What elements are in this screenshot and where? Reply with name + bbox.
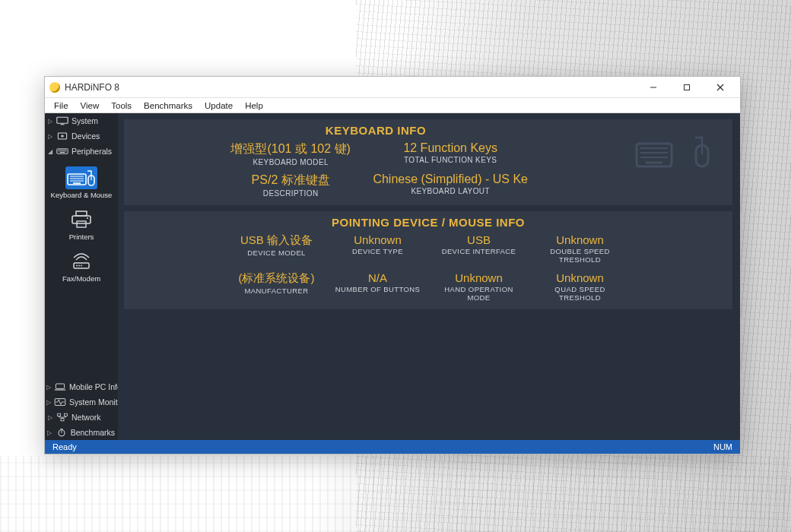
mouse-type: UnknownDEVICE TYPE [332, 233, 424, 264]
svg-point-22 [87, 217, 88, 219]
kb-description: PS/2 标准键盘DESCRIPTION [224, 173, 357, 198]
desktop-noise [0, 456, 791, 532]
mouse-quad-speed: UnknownQUAD SPEED TRESHOLD [534, 271, 626, 302]
laptop-icon [54, 382, 66, 391]
printer-icon [65, 208, 97, 231]
titlebar[interactable]: HARDiNFO 8 [45, 77, 740, 98]
svg-rect-1 [685, 84, 690, 90]
chevron-right-icon: ▷ [46, 133, 53, 140]
mouse-model: USB 输入设备DEVICE MODEL [230, 233, 322, 264]
modem-icon [65, 250, 97, 273]
menu-help[interactable]: Help [239, 100, 269, 112]
sub-item-label: Keyboard & Mouse [51, 191, 113, 199]
sub-item-label: Fax/Modem [62, 274, 100, 283]
svg-point-25 [78, 265, 80, 267]
sidebar-item-label: Network [71, 413, 101, 422]
kb-fn-keys: 12 Function KeysTOTAL FUNCTION KEYS [373, 141, 528, 166]
svg-rect-30 [58, 413, 61, 416]
chevron-right-icon: ▷ [46, 118, 53, 125]
svg-point-24 [76, 265, 78, 267]
sub-item-printers[interactable]: Printers [49, 205, 114, 242]
sidebar-item-label: System [71, 116, 98, 125]
svg-point-26 [81, 265, 82, 267]
sidebar-item-network[interactable]: ▷ Network [45, 410, 118, 425]
sidebar-item-devices[interactable]: ▷ Devices [45, 128, 118, 144]
menu-benchmarks[interactable]: Benchmarks [138, 100, 199, 112]
svg-rect-20 [72, 216, 91, 223]
maximize-button[interactable] [670, 78, 704, 97]
keyboard-grid: 增强型(101 或 102 键)KEYBOARD MODEL 12 Functi… [224, 141, 528, 198]
panel-title: KEYBOARD INFO [133, 124, 618, 137]
keyboard-mouse-icon [65, 166, 97, 189]
client-area: ▷ System ▷ Devices ◢ Peripherals Key [45, 113, 740, 440]
mouse-interface: USBDEVICE INTERFACE [433, 233, 525, 264]
sidebar-item-label: System Monitor [69, 397, 125, 407]
menu-view[interactable]: View [75, 100, 106, 112]
chevron-right-icon: ▷ [46, 429, 52, 436]
stopwatch-icon [56, 428, 68, 437]
chip-icon [56, 131, 68, 141]
status-numlock: NUM [713, 442, 732, 451]
mouse-hand-mode: UnknownHAND OPERATION MODE [433, 271, 525, 302]
svg-rect-4 [57, 117, 68, 123]
menu-tools[interactable]: Tools [105, 100, 138, 112]
pulse-icon [54, 397, 66, 407]
main-content: KEYBOARD INFO 增强型(101 或 102 键)KEYBOARD M… [118, 113, 740, 440]
chevron-down-icon: ◢ [46, 148, 53, 155]
sidebar-item-peripherals[interactable]: ◢ Peripherals [45, 144, 118, 159]
menu-update[interactable]: Update [199, 100, 239, 112]
svg-rect-27 [56, 384, 64, 388]
kb-layout: Chinese (Simplified) - US KeKEYBOARD LAY… [373, 173, 528, 198]
sidebar-item-label: Peripherals [71, 147, 112, 156]
app-window: HARDiNFO 8 File View Tools Benchmarks Up… [44, 76, 741, 454]
svg-rect-31 [64, 413, 67, 416]
monitor-icon [56, 116, 68, 125]
statusbar: Ready NUM [45, 440, 740, 454]
menu-file[interactable]: File [48, 100, 75, 112]
keyboard-icon [56, 147, 68, 156]
sidebar-item-label: Devices [71, 131, 100, 141]
sidebar-item-label: Mobile PC Info [69, 382, 122, 391]
sub-item-label: Printers [69, 233, 94, 241]
sub-item-keyboard-mouse[interactable]: Keyboard & Mouse [49, 163, 114, 201]
app-icon [49, 82, 60, 93]
keyboard-mouse-decor-icon [635, 133, 713, 169]
status-left: Ready [52, 442, 77, 451]
sidebar: ▷ System ▷ Devices ◢ Peripherals Key [45, 113, 118, 440]
chevron-right-icon: ▷ [46, 414, 53, 421]
peripherals-subitems: Keyboard & Mouse Printers Fax/Modem [45, 159, 118, 284]
sidebar-item-system[interactable]: ▷ System [45, 113, 118, 128]
sidebar-item-label: Benchmarks [71, 428, 115, 437]
chevron-right-icon: ▷ [46, 399, 51, 406]
mouse-grid: USB 输入设备DEVICE MODEL UnknownDEVICE TYPE … [230, 233, 626, 302]
menubar: File View Tools Benchmarks Update Help [45, 98, 740, 113]
keyboard-info-panel: KEYBOARD INFO 增强型(101 或 102 键)KEYBOARD M… [124, 119, 732, 205]
svg-point-7 [61, 135, 63, 137]
mouse-info-panel: POINTING DEVICE / MOUSE INFO USB 输入设备DEV… [124, 211, 732, 309]
svg-rect-32 [61, 419, 64, 421]
chevron-right-icon: ▷ [46, 384, 51, 391]
close-button[interactable] [704, 78, 737, 97]
mouse-mfr: (标准系统设备)MANUFACTURER [230, 271, 322, 302]
sidebar-item-system-monitor[interactable]: ▷ System Monitor [45, 394, 118, 410]
sidebar-item-benchmarks[interactable]: ▷ Benchmarks [45, 425, 118, 440]
mouse-dbl-speed: UnknownDOUBLE SPEED TRESHOLD [534, 233, 626, 264]
sidebar-item-mobile-pc[interactable]: ▷ Mobile PC Info [45, 379, 118, 394]
minimize-button[interactable] [637, 78, 670, 97]
svg-rect-21 [77, 221, 86, 227]
kb-model: 增强型(101 或 102 键)KEYBOARD MODEL [224, 141, 357, 166]
svg-rect-19 [76, 211, 87, 216]
window-title: HARDiNFO 8 [65, 82, 119, 93]
sub-item-fax-modem[interactable]: Fax/Modem [49, 247, 114, 284]
panel-title: POINTING DEVICE / MOUSE INFO [133, 216, 723, 229]
mouse-buttons: N/ANUMBER OF BUTTONS [332, 271, 424, 302]
network-icon [56, 413, 68, 422]
